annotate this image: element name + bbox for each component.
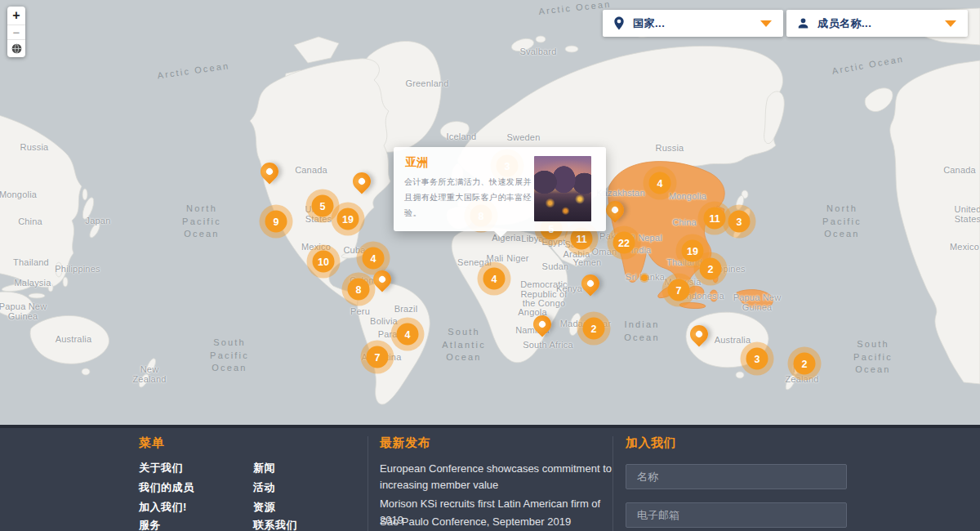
- region-popup[interactable]: 亚洲 会计事务所充满活力、快速发展并且拥有处理重大国际客户的丰富经验。: [394, 147, 606, 231]
- popup-title: 亚洲: [405, 155, 428, 170]
- cluster-marker[interactable]: 2: [700, 258, 722, 280]
- cluster-marker[interactable]: 5: [312, 195, 334, 217]
- name-field[interactable]: [626, 464, 847, 489]
- cluster-marker[interactable]: 11: [704, 207, 726, 230]
- small-marker[interactable]: [641, 274, 648, 281]
- member-filter-dropdown[interactable]: 成员名称...: [786, 10, 968, 37]
- country-label: Papua New Guinea: [733, 293, 782, 312]
- footer-link-about[interactable]: 关于我们: [139, 461, 183, 475]
- cluster-marker[interactable]: 4: [363, 248, 385, 270]
- location-pin-icon: [613, 16, 625, 30]
- cluster-marker[interactable]: 19: [337, 208, 359, 230]
- pin-marker[interactable]: [686, 321, 711, 346]
- news-item[interactable]: São Paulo Conference, September 2019: [380, 514, 618, 530]
- cluster-marker[interactable]: 4: [397, 324, 419, 346]
- country-label: Australia: [56, 335, 92, 345]
- country-label: Canada: [943, 166, 976, 176]
- person-icon: [797, 17, 809, 29]
- footer-link-members[interactable]: 我们的成员: [139, 480, 194, 495]
- news-item[interactable]: European Conference showcases commitment…: [380, 461, 618, 493]
- country-filter-value: 国家...: [633, 16, 760, 31]
- country-label: Brazil: [394, 305, 418, 315]
- country-label: Senegal: [457, 258, 492, 268]
- country-label: Nepal: [638, 234, 662, 243]
- cluster-marker[interactable]: 7: [668, 279, 690, 301]
- footer-link-resources[interactable]: 资源: [253, 500, 275, 515]
- country-label: Japan: [86, 216, 111, 226]
- cluster-marker[interactable]: 7: [367, 346, 389, 368]
- page: Arctic OceanArctic OceanArctic OceanNort…: [0, 0, 980, 531]
- footer-link-services[interactable]: 服务: [139, 518, 161, 531]
- country-label: Iceland: [447, 132, 477, 142]
- country-label: Philippines: [55, 265, 100, 274]
- pin-marker[interactable]: [577, 270, 603, 296]
- country-label: India: [631, 246, 652, 256]
- zoom-in-button[interactable]: +: [7, 7, 25, 25]
- pin-marker[interactable]: [256, 158, 282, 184]
- asia-photo-thumbnail: [534, 156, 591, 221]
- footer-divider: [612, 436, 613, 531]
- ocean-label: Arctic Ocean: [157, 60, 231, 83]
- country-label: Svalbard: [519, 47, 556, 57]
- zoom-out-button[interactable]: −: [7, 25, 25, 40]
- globe-reset-button[interactable]: [7, 40, 25, 57]
- cluster-marker[interactable]: 2: [583, 318, 605, 340]
- country-label: Indonesia: [684, 292, 724, 301]
- country-label: Russia: [20, 143, 49, 153]
- footer-link-contact[interactable]: 联系我们: [253, 518, 297, 531]
- popup-description: 会计事务所充满活力、快速发展并且拥有处理重大国际客户的丰富经验。: [404, 174, 535, 221]
- ocean-label: North Pacific Ocean: [822, 203, 862, 241]
- country-label: Mongolia: [0, 190, 37, 200]
- country-label: Yemen: [573, 258, 602, 268]
- country-label: Greenland: [405, 79, 448, 89]
- cluster-marker[interactable]: 3: [746, 348, 768, 370]
- cluster-marker[interactable]: 3: [728, 211, 751, 233]
- cluster-marker[interactable]: 10: [313, 251, 335, 273]
- country-label: Peru: [350, 307, 370, 317]
- country-label: Democratic Republic of the Congo: [520, 280, 568, 309]
- footer-link-events[interactable]: 活动: [253, 480, 275, 495]
- footer-menu-title: 菜单: [139, 435, 164, 451]
- footer-link-news[interactable]: 新闻: [253, 461, 275, 475]
- pin-marker[interactable]: [369, 266, 394, 292]
- ocean-label: North Pacific Ocean: [182, 203, 221, 241]
- pin-marker[interactable]: [602, 197, 627, 222]
- cluster-marker[interactable]: 9: [265, 211, 287, 233]
- country-label: China: [672, 218, 697, 228]
- country-label: Malaysia: [14, 279, 51, 288]
- ocean-label: South Atlantic Ocean: [442, 326, 486, 364]
- cluster-marker[interactable]: 8: [348, 279, 370, 301]
- country-label: New Zealand: [132, 365, 166, 384]
- footer-divider: [368, 436, 368, 531]
- footer: 菜单 关于我们 我们的成员 加入我们! 服务 新闻 活动 资源 联系我们 最新发…: [0, 425, 980, 531]
- member-filter-value: 成员名称...: [817, 16, 945, 31]
- country-label: Sweden: [507, 133, 541, 143]
- pin-marker[interactable]: [349, 168, 374, 194]
- cluster-marker[interactable]: 2: [794, 353, 816, 375]
- cluster-marker[interactable]: 19: [682, 240, 704, 262]
- footer-news-title: 最新发布: [380, 435, 430, 451]
- chevron-down-icon: [945, 20, 956, 27]
- ocean-label: South Pacific Ocean: [853, 338, 893, 377]
- country-label: Mali: [487, 254, 504, 264]
- map-zoom-controls: + −: [7, 7, 25, 57]
- country-label: China: [18, 217, 42, 227]
- ocean-label: Indian Ocean: [624, 319, 659, 344]
- country-label: Mongolia: [669, 192, 706, 202]
- cluster-marker[interactable]: 4: [483, 268, 506, 290]
- cluster-marker[interactable]: 22: [613, 232, 635, 254]
- country-label: Kenya: [556, 284, 582, 294]
- country-label: South Africa: [523, 341, 573, 350]
- country-filter-dropdown[interactable]: 国家...: [603, 10, 783, 37]
- footer-link-join[interactable]: 加入我们!: [139, 500, 187, 515]
- country-label: Russia: [656, 144, 684, 154]
- country-label: Mexico: [950, 243, 979, 252]
- cluster-marker[interactable]: 4: [649, 172, 671, 194]
- country-label: Libya: [521, 234, 543, 244]
- pin-marker[interactable]: [529, 311, 555, 337]
- country-label: United States: [955, 205, 980, 224]
- globe-icon: [11, 43, 22, 54]
- country-label: Bolivia: [370, 317, 398, 327]
- email-field[interactable]: [626, 502, 847, 528]
- chevron-down-icon: [760, 20, 772, 27]
